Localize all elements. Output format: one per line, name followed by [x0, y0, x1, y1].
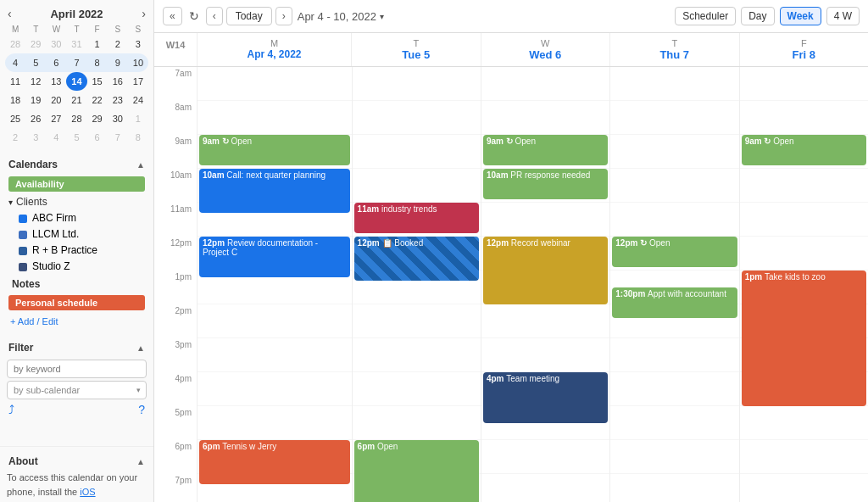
help-icon[interactable]: ?: [138, 403, 145, 416]
calendar-grid: W14 M Apr 4, 2022 T Tue 5 W Wed 6 T Thu …: [154, 33, 868, 502]
day-view-button[interactable]: Day: [741, 7, 774, 25]
calendars-section: Calendars ▲ Availability ▾ Clients ABC F…: [0, 150, 153, 333]
main-calendar: « ↻ ‹ Today › Apr 4 - 10, 2022 ▾ Schedul…: [154, 0, 868, 502]
date-range-label: Apr 4 - 10, 2022: [298, 10, 376, 23]
mini-cal-next[interactable]: ›: [139, 7, 148, 20]
day-header-mon: M Apr 4, 2022: [197, 33, 351, 66]
day-num-fri[interactable]: Fri 8: [742, 48, 867, 61]
week-view-button[interactable]: Week: [780, 7, 821, 25]
calendars-toggle-icon: ▲: [136, 160, 145, 170]
nav-prev-prev-button[interactable]: «: [163, 7, 182, 25]
toolbar-nav-group: « ↻ ‹ Today ›: [163, 7, 292, 25]
scheduler-view-button[interactable]: Scheduler: [675, 7, 736, 25]
about-label: About: [8, 455, 38, 467]
calendar-event[interactable]: 1:30pm Appt with accountant: [612, 287, 737, 318]
days-body: 7am8am9am10am11am12pm1pm2pm3pm4pm5pm6pm7…: [154, 67, 868, 502]
about-section: About ▲ To access this calendar on your …: [0, 446, 153, 502]
time-label: 6pm: [154, 440, 197, 474]
nav-next-button[interactable]: ›: [275, 7, 292, 25]
calendar-event[interactable]: 9am ↻ Open: [199, 135, 350, 165]
week-number: W14: [154, 33, 197, 66]
about-toggle-icon: ▲: [136, 457, 145, 466]
sub-calendars-list: ABC FirmLLCM Ltd.R + B PracticeStudio Z: [7, 210, 147, 274]
nav-prev-button[interactable]: ‹: [206, 7, 223, 25]
clients-arrow-icon: ▾: [8, 198, 13, 207]
date-range-selector[interactable]: Apr 4 - 10, 2022 ▾: [298, 10, 384, 23]
mini-cal-title: April 2022: [50, 8, 103, 20]
subcal-filter-select[interactable]: by sub-calendar: [7, 381, 147, 399]
day-header-thu: T Thu 7: [609, 33, 739, 66]
calendar-event[interactable]: 12pm 📋 Booked: [354, 237, 479, 281]
calendar-event[interactable]: 9am ↻ Open: [742, 135, 866, 165]
today-button[interactable]: Today: [226, 7, 272, 25]
sidebar: ‹ April 2022 › MTWTFSS 28293031123456789…: [0, 0, 154, 502]
calendar-event[interactable]: 4pm Team meeting: [483, 372, 608, 423]
clients-group: ▾ Clients ABC FirmLLCM Ltd.R + B Practic…: [7, 194, 147, 274]
days-area: W14 M Apr 4, 2022 T Tue 5 W Wed 6 T Thu …: [154, 33, 868, 502]
availability-item[interactable]: Availability: [8, 176, 145, 192]
day-num-wed[interactable]: Wed 6: [483, 48, 609, 61]
day-num-tue[interactable]: Tue 5: [353, 48, 479, 61]
time-label: 7am: [154, 67, 197, 101]
calendar-event[interactable]: 6pm Open: [354, 440, 479, 502]
filter-label: Filter: [8, 342, 33, 354]
refresh-button[interactable]: ↻: [186, 8, 203, 25]
four-week-view-button[interactable]: 4 W: [826, 7, 860, 25]
day-column: 9am ↻ Open10am PR response needed12pm Re…: [481, 67, 609, 502]
day-name-fri: F: [742, 38, 867, 48]
share-icon[interactable]: ⤴: [8, 403, 14, 416]
calendar-event[interactable]: 9am ↻ Open: [483, 135, 608, 165]
keyword-filter-input[interactable]: [7, 360, 147, 378]
time-label: 7pm: [154, 474, 197, 502]
day-name-wed: W: [483, 38, 609, 48]
time-label: 3pm: [154, 338, 197, 372]
mini-calendar: ‹ April 2022 › MTWTFSS 28293031123456789…: [0, 0, 153, 150]
time-label: 2pm: [154, 304, 197, 338]
notes-item[interactable]: Notes: [7, 276, 147, 293]
calendars-header[interactable]: Calendars ▲: [7, 153, 147, 174]
calendar-event[interactable]: 1pm Take kids to zoo: [742, 271, 866, 406]
calendar-event[interactable]: 6pm Tennis w Jerry: [199, 440, 350, 484]
day-num-thu[interactable]: Thu 7: [612, 48, 737, 61]
about-ios-link[interactable]: iOS: [80, 487, 95, 497]
day-header-tue: T Tue 5: [351, 33, 481, 66]
time-label: 8am: [154, 101, 197, 135]
day-name-thu: T: [612, 38, 737, 48]
time-label: 9am: [154, 135, 197, 169]
sub-calendar-item[interactable]: Studio Z: [7, 259, 147, 274]
time-label: 10am: [154, 169, 197, 203]
day-column: 12pm ↻ Open1:30pm Appt with accountant: [609, 67, 738, 502]
about-text: To access this calendar on your phone, i…: [7, 471, 147, 499]
sub-calendar-item[interactable]: ABC Firm: [7, 210, 147, 226]
mini-cal-prev[interactable]: ‹: [5, 7, 14, 20]
calendar-event[interactable]: 12pm Review documentation - Project C: [199, 237, 350, 277]
day-full-mon[interactable]: Apr 4, 2022: [199, 48, 349, 60]
filter-toggle-icon: ▲: [136, 343, 145, 353]
time-column: 7am8am9am10am11am12pm1pm2pm3pm4pm5pm6pm7…: [154, 67, 197, 502]
add-edit-link[interactable]: + Add / Edit: [7, 313, 147, 330]
day-name-mon: M: [199, 38, 349, 48]
time-label: 1pm: [154, 271, 197, 304]
about-header[interactable]: About ▲: [7, 450, 147, 471]
calendar-event[interactable]: 10am PR response needed: [483, 169, 608, 199]
clients-header[interactable]: ▾ Clients: [7, 194, 147, 209]
toolbar: « ↻ ‹ Today › Apr 4 - 10, 2022 ▾ Schedul…: [154, 0, 868, 33]
personal-schedule-item[interactable]: Personal schedule: [8, 295, 145, 310]
filter-header[interactable]: Filter ▲: [7, 337, 147, 357]
calendars-label: Calendars: [8, 159, 58, 170]
date-range-dropdown-icon: ▾: [380, 12, 384, 21]
time-label: 11am: [154, 203, 197, 237]
calendar-event[interactable]: 12pm ↻ Open: [612, 237, 737, 267]
day-name-tue: T: [353, 38, 479, 48]
days-header: W14 M Apr 4, 2022 T Tue 5 W Wed 6 T Thu …: [154, 33, 868, 67]
day-column: 9am ↻ Open1pm Take kids to zoo: [739, 67, 868, 502]
calendar-event[interactable]: 10am Call: next quarter planning: [199, 169, 350, 213]
day-header-fri: F Fri 8: [739, 33, 869, 66]
days-columns: 9am ↻ Open10am Call: next quarter planni…: [197, 67, 868, 502]
filter-section: Filter ▲ by sub-calendar ▾ ⤴ ?: [0, 333, 153, 425]
time-label: 12pm: [154, 237, 197, 271]
calendar-event[interactable]: 11am industry trends: [354, 203, 479, 233]
calendar-event[interactable]: 12pm Record webinar: [483, 237, 608, 304]
sub-calendar-item[interactable]: LLCM Ltd.: [7, 226, 147, 242]
sub-calendar-item[interactable]: R + B Practice: [7, 243, 147, 258]
